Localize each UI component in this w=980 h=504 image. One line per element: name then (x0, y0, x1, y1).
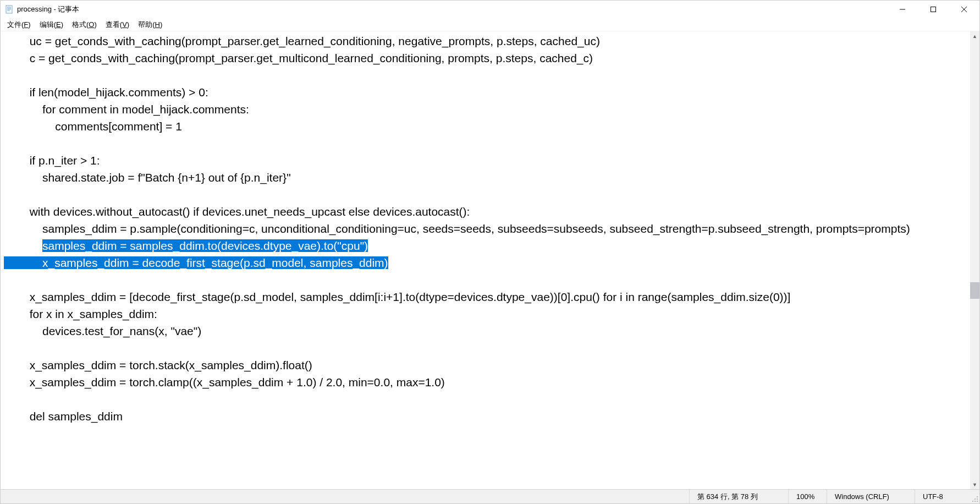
app-icon (5, 5, 14, 14)
selected-text: samples_ddim = samples_ddim.to(devices.d… (42, 239, 368, 252)
status-cursor-position: 第 634 行, 第 78 列 (689, 490, 788, 503)
maximize-button[interactable] (918, 1, 949, 18)
menu-file[interactable]: 文件(F) (3, 18, 35, 31)
scroll-up-arrow[interactable]: ▲ (970, 31, 979, 41)
menu-help[interactable]: 帮助(H) (134, 18, 167, 31)
code-line: c = get_conds_with_caching(prompt_parser… (4, 52, 593, 64)
code-line: del samples_ddim (4, 410, 123, 423)
code-line: if p.n_iter > 1: (4, 154, 100, 167)
svg-rect-6 (931, 7, 936, 12)
code-line: for comment in model_hijack.comments: (4, 103, 249, 116)
code-line: x_samples_ddim = torch.stack(x_samples_d… (4, 359, 312, 371)
menu-view[interactable]: 查看(V) (101, 18, 134, 31)
selected-indent (4, 256, 42, 269)
status-spacer (1, 490, 689, 503)
selected-text: x_samples_ddim = decode_first_stage(p.sd… (42, 256, 388, 269)
code-line: uc = get_conds_with_caching(prompt_parse… (4, 35, 600, 47)
svg-point-10 (975, 498, 976, 500)
statusbar: 第 634 行, 第 78 列 100% Windows (CRLF) UTF-… (1, 489, 979, 503)
code-line: shared.state.job = f"Batch {n+1} out of … (4, 171, 291, 184)
status-encoding: UTF-8 (915, 490, 970, 503)
resize-grip[interactable] (970, 490, 979, 503)
svg-point-13 (975, 501, 976, 502)
svg-point-11 (977, 498, 978, 500)
menu-edit[interactable]: 编辑(E) (35, 18, 68, 31)
minimize-button[interactable] (887, 1, 918, 18)
code-line: for x in x_samples_ddim: (4, 308, 157, 320)
code-line: x_samples_ddim = torch.clamp((x_samples_… (4, 376, 445, 388)
close-button[interactable] (949, 1, 979, 18)
editor-area: uc = get_conds_with_caching(prompt_parse… (1, 31, 979, 489)
window-title: processing - 记事本 (17, 4, 887, 14)
titlebar[interactable]: processing - 记事本 (1, 1, 979, 18)
svg-point-12 (972, 501, 973, 502)
code-line: comments[comment] = 1 (4, 120, 182, 133)
status-zoom: 100% (788, 490, 827, 503)
menu-format[interactable]: 格式(O) (68, 18, 101, 31)
svg-point-14 (977, 501, 978, 502)
text-editor[interactable]: uc = get_conds_with_caching(prompt_parse… (1, 31, 979, 489)
code-line: with devices.without_autocast() if devic… (4, 205, 470, 218)
window-controls (887, 1, 979, 18)
menubar: 文件(F) 编辑(E) 格式(O) 查看(V) 帮助(H) (1, 18, 979, 31)
scroll-track[interactable] (970, 41, 979, 480)
code-line: devices.test_for_nans(x, "vae") (4, 325, 201, 337)
code-line: samples_ddim = p.sample(conditioning=c, … (4, 220, 910, 237)
scroll-down-arrow[interactable]: ▼ (970, 480, 979, 489)
svg-point-9 (977, 496, 978, 497)
scroll-thumb[interactable] (970, 282, 979, 299)
status-line-ending: Windows (CRLF) (827, 490, 915, 503)
code-line: x_samples_ddim = [decode_first_stage(p.s… (4, 288, 790, 305)
code-line: if len(model_hijack.comments) > 0: (4, 86, 208, 98)
notepad-window: processing - 记事本 文件(F) 编辑(E) 格式(O) 查看(V)… (0, 0, 980, 504)
code-line-pre (4, 239, 42, 252)
vertical-scrollbar[interactable]: ▲ ▼ (970, 31, 979, 489)
